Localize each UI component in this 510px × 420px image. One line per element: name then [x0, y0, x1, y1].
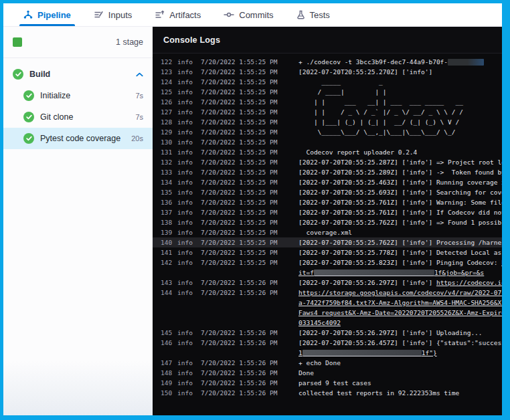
log-row[interactable]: 136info7/20/2022 1:55:25 PM[2022-07-20T2…: [153, 197, 502, 207]
log-line-number: 142: [161, 257, 174, 268]
log-link[interactable]: Faws4_request&X-Amz-Date=20220720T205526…: [299, 309, 502, 316]
log-row[interactable]: 140info7/20/2022 1:55:25 PM[2022-07-20T2…: [153, 237, 502, 247]
tab-inputs[interactable]: Inputs: [92, 3, 133, 26]
log-message: + ./codecov -t 3bcc3b9f-dec7-44a9-b70f-: [299, 57, 502, 67]
log-timestamp: 7/20/2022 1:55:26 PM: [201, 288, 278, 298]
log-row[interactable]: 132info7/20/2022 1:55:25 PM[2022-07-20T2…: [153, 157, 502, 167]
log-timestamp: 7/20/2022 1:55:26 PM: [201, 278, 278, 288]
log-row[interactable]: 122info7/20/2022 1:55:25 PM+ ./codecov -…: [153, 57, 502, 67]
log-text: Done: [299, 369, 314, 377]
step-duration: 20s: [131, 134, 143, 142]
log-rows[interactable]: 122info7/20/2022 1:55:25 PM+ ./codecov -…: [153, 54, 502, 415]
console-title: Console Logs: [163, 35, 220, 45]
log-link[interactable]: 1: [299, 349, 303, 356]
log-message: | | ___ __| | ___ ___ _____ __: [299, 97, 502, 107]
log-line-number: 149: [161, 378, 174, 388]
log-timestamp: 7/20/2022 1:55:26 PM: [201, 378, 278, 388]
log-text: + ./codecov -t 3bcc3b9f-dec7-44a9-b70f-: [299, 58, 448, 66]
log-row[interactable]: 033145c4092: [153, 318, 502, 328]
log-line-number: 136: [161, 197, 174, 207]
log-row[interactable]: 124info7/20/2022 1:55:25 PM _____ _: [153, 77, 502, 87]
chevron-up-icon[interactable]: [136, 72, 143, 77]
log-level: info: [177, 67, 193, 77]
log-row[interactable]: 144info7/20/2022 1:55:26 PMhttps://stora…: [153, 288, 502, 298]
log-level: info: [177, 338, 193, 348]
log-line-number: 127: [161, 107, 174, 117]
log-text: [2022-07-20T20:55:26.297Z] ['info']: [299, 279, 436, 286]
log-level: info: [177, 368, 193, 378]
stage-group-build[interactable]: Build: [3, 64, 153, 85]
log-link[interactable]: 1f&job=&pr=&s: [434, 269, 484, 276]
log-message: Faws4_request&X-Amz-Date=20220720T205526…: [299, 308, 502, 318]
log-link[interactable]: ht: [501, 259, 502, 266]
log-text: coverage.xml: [299, 229, 352, 236]
log-message: [2022-07-20T20:55:25.762Z] ['info'] Proc…: [299, 237, 502, 247]
log-message: [2022-07-20T20:55:25.762Z] ['info'] => F…: [299, 217, 502, 227]
log-line-number: 137: [161, 207, 174, 217]
log-level: info: [177, 97, 193, 107]
log-row[interactable]: 147info7/20/2022 1:55:26 PM+ echo Done: [153, 358, 502, 368]
log-row[interactable]: 134info7/20/2022 1:55:25 PM[2022-07-20T2…: [153, 177, 502, 187]
step-git-clone[interactable]: Git clone7s: [3, 106, 153, 128]
log-message: coverage.xml: [299, 227, 502, 237]
log-row[interactable]: 148info7/20/2022 1:55:26 PMDone: [153, 368, 502, 378]
log-row[interactable]: 146info7/20/2022 1:55:26 PM[2022-07-20T2…: [153, 338, 502, 348]
log-row[interactable]: 127info7/20/2022 1:55:25 PM | | / _ \ / …: [153, 107, 502, 117]
log-row[interactable]: 123info7/20/2022 1:55:25 PM[2022-07-20T2…: [153, 67, 502, 77]
log-row[interactable]: 126info7/20/2022 1:55:25 PM | | ___ __| …: [153, 97, 502, 107]
log-row[interactable]: 125info7/20/2022 1:55:25 PM / ____| | |: [153, 87, 502, 97]
log-row[interactable]: a-7422f759bf84.txt?X-Amz-Algorithm=AWS4-…: [153, 298, 502, 308]
log-row[interactable]: 137info7/20/2022 1:55:25 PM[2022-07-20T2…: [153, 207, 502, 217]
log-row[interactable]: 135info7/20/2022 1:55:25 PM[2022-07-20T2…: [153, 187, 502, 197]
log-row[interactable]: 11f"}: [153, 348, 502, 358]
log-text: [2022-07-20T20:55:25.270Z] ['info']: [299, 68, 432, 76]
log-level: info: [177, 217, 193, 227]
log-timestamp: 7/20/2022 1:55:26 PM: [201, 338, 278, 348]
log-row[interactable]: 130info7/20/2022 1:55:25 PM: [153, 137, 502, 147]
log-row[interactable]: it=f1f&job=&pr=&s: [153, 268, 502, 278]
log-row[interactable]: 131info7/20/2022 1:55:25 PM Codecov repo…: [153, 147, 502, 157]
pipeline-app: PipelineInputsArtifactsCommitsTests 1 st…: [3, 3, 502, 415]
step-pytest-code-coverage[interactable]: Pytest code coverage20s: [3, 128, 153, 149]
step-initialize[interactable]: Initialize7s: [3, 85, 153, 106]
log-row[interactable]: 139info7/20/2022 1:55:25 PM coverage.xml: [153, 227, 502, 237]
log-row[interactable]: 149info7/20/2022 1:55:26 PMparsed 9 test…: [153, 378, 502, 388]
log-row[interactable]: 129info7/20/2022 1:55:25 PM \_____\___/ …: [153, 127, 502, 137]
log-text: [2022-07-20T20:55:25.778Z] ['info'] Dete…: [299, 249, 502, 256]
log-row[interactable]: 145info7/20/2022 1:55:26 PM[2022-07-20T2…: [153, 328, 502, 338]
log-line-number: 145: [161, 328, 174, 338]
log-level: info: [177, 378, 193, 388]
success-check-icon: [13, 69, 23, 80]
log-row[interactable]: 150info7/20/2022 1:55:26 PMcollected tes…: [153, 388, 502, 398]
tab-artifacts[interactable]: Artifacts: [153, 3, 202, 26]
log-link[interactable]: 033145c4092: [299, 319, 341, 326]
log-link[interactable]: https://codecov.io/: [436, 279, 502, 286]
log-row[interactable]: 128info7/20/2022 1:55:25 PM | |___| (_) …: [153, 117, 502, 127]
log-text: | | / _ \ / _` |/ _ \/ __/ _ \ \ / /: [299, 108, 463, 116]
log-level: info: [177, 227, 193, 237]
log-row[interactable]: 142info7/20/2022 1:55:25 PM[2022-07-20T2…: [153, 257, 502, 268]
log-level: info: [177, 117, 193, 127]
log-link[interactable]: a-7422f759bf84.txt?X-Amz-Algorithm=AWS4-…: [299, 299, 502, 306]
log-level: info: [177, 87, 193, 97]
stage-header: 1 stage: [3, 27, 153, 58]
log-link[interactable]: 1f"}: [422, 349, 437, 356]
log-row[interactable]: 138info7/20/2022 1:55:25 PM[2022-07-20T2…: [153, 217, 502, 227]
stage-status-square[interactable]: [13, 37, 22, 47]
tab-label: Pipeline: [37, 10, 71, 20]
log-line-number: 146: [161, 338, 174, 348]
tab-tests[interactable]: Tests: [295, 3, 331, 26]
log-message: 033145c4092: [299, 318, 502, 328]
log-link[interactable]: https://storage.googleapis.com/codecov/v…: [299, 289, 502, 296]
log-text: [2022-07-20T20:55:25.463Z] ['info'] Runn…: [299, 179, 502, 186]
log-row[interactable]: Faws4_request&X-Amz-Date=20220720T205526…: [153, 308, 502, 318]
tab-commits[interactable]: Commits: [222, 3, 274, 26]
tab-pipeline[interactable]: Pipeline: [22, 3, 72, 26]
log-level: info: [177, 57, 193, 67]
log-row[interactable]: 133info7/20/2022 1:55:25 PM[2022-07-20T2…: [153, 167, 502, 177]
log-row[interactable]: 141info7/20/2022 1:55:25 PM[2022-07-20T2…: [153, 247, 502, 257]
log-level: info: [177, 157, 193, 167]
log-link[interactable]: it=f: [299, 269, 314, 276]
log-text: [2022-07-20T20:55:25.762Z] ['info'] => F…: [299, 219, 502, 226]
log-row[interactable]: 143info7/20/2022 1:55:26 PM[2022-07-20T2…: [153, 278, 502, 288]
